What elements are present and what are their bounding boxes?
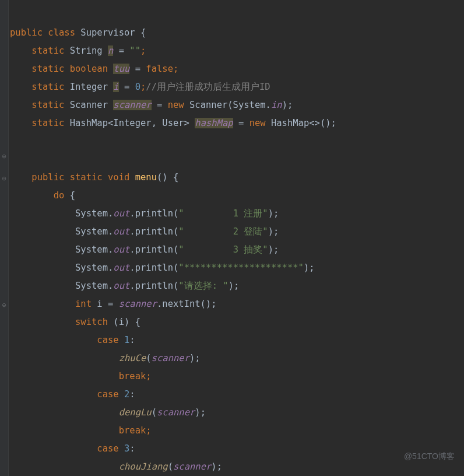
gutter: ⊖ ⊖ ⊖ xyxy=(0,0,9,476)
code-line: chouJiang(scanner); xyxy=(10,461,222,472)
code-line: System.out.println(" 3 抽奖"); xyxy=(10,244,279,255)
code-line: static HashMap<Integer, User> hashMap = … xyxy=(10,118,336,128)
watermark-text: @51CTO博客 xyxy=(404,447,455,466)
code-line: case 3: xyxy=(10,443,135,454)
code-line: static Scanner scanner = new Scanner(Sys… xyxy=(10,100,293,110)
code-line: static String n = ""; xyxy=(10,46,146,56)
code-line: public static void menu() { xyxy=(10,172,178,183)
code-line: int i = scanner.nextInt(); xyxy=(10,299,217,309)
code-line: dengLu(scanner); xyxy=(10,407,206,418)
fold-marker-icon[interactable]: ⊖ xyxy=(1,302,8,309)
code-editor[interactable]: ⊖ ⊖ ⊖ public class Supervisor { static S… xyxy=(0,0,464,476)
code-line: case 2: xyxy=(10,389,135,400)
code-line: switch (i) { xyxy=(10,317,140,327)
fold-marker-icon[interactable]: ⊖ xyxy=(1,153,8,160)
fold-marker-icon[interactable]: ⊖ xyxy=(1,175,8,182)
code-line: break; xyxy=(10,371,152,382)
code-line: break; xyxy=(10,425,152,436)
code-line: System.out.println("请选择: "); xyxy=(10,281,239,291)
code-line: zhuCe(scanner); xyxy=(10,353,201,363)
code-line xyxy=(10,136,15,146)
code-area[interactable]: public class Supervisor { static String … xyxy=(9,0,336,476)
code-line: public class Supervisor { xyxy=(10,27,146,38)
code-line: case 1: xyxy=(10,335,135,345)
code-line: System.out.println(" 1 注册"); xyxy=(10,208,279,219)
code-line: static Integer i = 0;//用户注册成功后生成用户ID xyxy=(10,82,270,92)
code-line: static boolean tuu = false; xyxy=(10,64,178,74)
code-line: System.out.println(" 2 登陆"); xyxy=(10,226,279,237)
code-line: do { xyxy=(10,190,75,201)
code-line: System.out.println("********************… xyxy=(10,262,315,273)
code-line xyxy=(10,154,15,164)
